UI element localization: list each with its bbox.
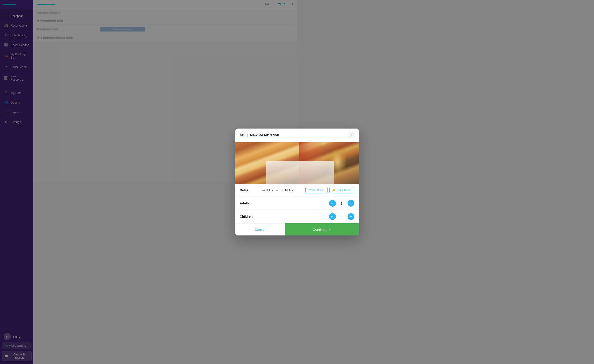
room-photo	[235, 142, 297, 182]
room-id-label: 4B	[240, 133, 244, 137]
modal-title-text: New Reservation	[250, 133, 279, 137]
modal-header: 4B | New Reservation ×	[235, 129, 297, 142]
new-reservation-modal: 4B | New Reservation × Dates: 🛏	[235, 129, 297, 182]
modal-overlay: 4B | New Reservation × Dates: 🛏	[0, 0, 297, 182]
modal-title: 4B | New Reservation	[240, 133, 279, 137]
room-image	[235, 142, 297, 182]
